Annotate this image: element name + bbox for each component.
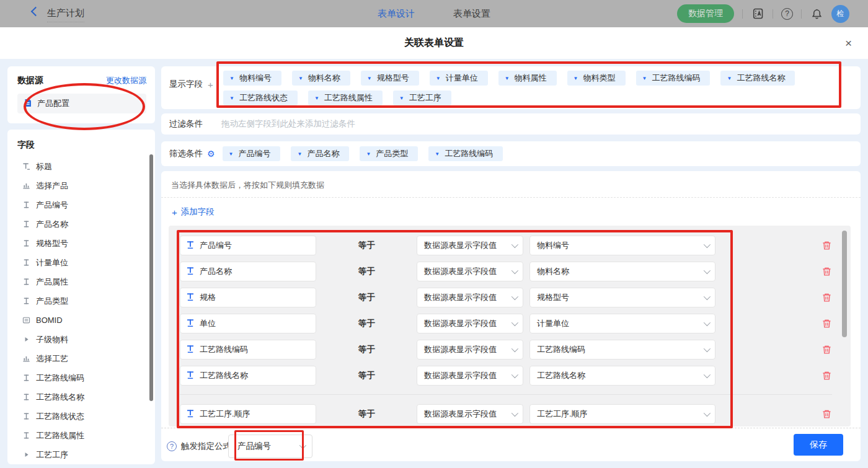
datasource-selected-item[interactable]: 产品配置: [17, 94, 146, 113]
field-list-item[interactable]: 产品类型: [17, 291, 155, 311]
delete-row-icon[interactable]: [822, 408, 832, 420]
delete-row-icon[interactable]: [822, 266, 832, 277]
close-icon[interactable]: ×: [845, 37, 852, 50]
chevron-down-icon: [512, 410, 518, 417]
field-tag-label: 物料类型: [583, 73, 616, 84]
field-list-item[interactable]: 工艺路线状态: [17, 407, 155, 426]
chevron-down-icon: [512, 267, 518, 274]
gear-icon[interactable]: [207, 149, 215, 159]
source-field-select[interactable]: 物料编号: [529, 236, 715, 255]
rules-scrollbar[interactable]: [842, 231, 847, 337]
display-fields-panel: 显示字段 物料编号 物料名称 规格型号 计量单位 物料属性 物料类型 工艺路线编…: [161, 66, 861, 109]
field-tag[interactable]: 工艺路线编码: [636, 71, 711, 86]
target-field-box[interactable]: 产品编号: [180, 236, 316, 255]
field-tag[interactable]: 工艺路线名称: [720, 71, 795, 86]
filter-dropzone-placeholder[interactable]: 拖动左侧字段到此处来添加过滤条件: [221, 118, 355, 130]
trigger-field-select[interactable]: 产品编号: [228, 435, 312, 458]
chevron-down-icon: [512, 293, 518, 300]
field-tag[interactable]: 工艺工序: [393, 91, 451, 105]
tab-form-settings[interactable]: 表单设置: [453, 8, 490, 20]
field-list-item[interactable]: 产品编号: [17, 195, 155, 214]
tab-form-design[interactable]: 表单设计: [378, 8, 415, 20]
field-list-item[interactable]: 工艺路线属性: [17, 426, 155, 445]
text-field-icon: [22, 412, 30, 421]
operator-label: 等于: [358, 370, 388, 381]
panel-footer: 触发指定公式 产品编号 保存: [161, 428, 861, 461]
help-icon[interactable]: [781, 8, 793, 20]
source-type-select[interactable]: 数据源表显示字段值: [417, 404, 523, 424]
field-tag[interactable]: 产品名称: [291, 146, 349, 161]
source-type-select[interactable]: 数据源表显示字段值: [417, 262, 523, 281]
field-list-item[interactable]: 计量单位: [17, 253, 155, 272]
delete-row-icon[interactable]: [822, 240, 832, 251]
field-list-item[interactable]: 标题: [17, 157, 155, 176]
source-field-select[interactable]: 工艺工序.顺序: [529, 404, 715, 424]
target-field-label: 产品名称: [200, 266, 232, 277]
bell-icon[interactable]: [810, 7, 823, 20]
field-list-item[interactable]: 规格型号: [17, 234, 155, 253]
field-tag[interactable]: 产品编号: [223, 146, 281, 161]
field-tag[interactable]: 工艺路线状态: [223, 91, 298, 105]
data-manage-button[interactable]: 数据管理: [677, 4, 734, 23]
field-list-item[interactable]: 工艺工序: [17, 445, 155, 464]
screen-filter-panel: 筛选条件 产品编号 产品名称 产品类型 工艺路线编码: [161, 141, 861, 166]
delete-row-icon[interactable]: [822, 292, 832, 303]
field-item-label: 选择产品: [36, 180, 68, 192]
target-field-label: 规格: [200, 292, 216, 303]
change-datasource-link[interactable]: 更改数据源: [106, 75, 146, 86]
field-list-item[interactable]: 选择工艺: [17, 349, 155, 368]
source-field-select[interactable]: 物料名称: [529, 262, 715, 281]
source-type-select[interactable]: 数据源表显示字段值: [417, 236, 523, 255]
delete-row-icon[interactable]: [822, 344, 832, 355]
field-tag-label: 产品编号: [238, 148, 270, 159]
source-type-select[interactable]: 数据源表显示字段值: [417, 288, 523, 307]
field-list-item[interactable]: 产品名称: [17, 214, 155, 234]
mapping-row: 产品编号 等于 数据源表显示字段值 物料编号: [180, 236, 832, 255]
field-tag[interactable]: 物料名称: [292, 71, 350, 86]
add-display-field-icon[interactable]: [208, 79, 213, 90]
save-button[interactable]: 保存: [794, 434, 843, 456]
field-list-item[interactable]: 产品属性: [17, 272, 155, 291]
source-field-select[interactable]: 工艺路线名称: [529, 366, 715, 386]
fields-panel: 字段 标题 选择产品 产品编号 产品名称 规格型号 计量单位 产品属性 产品类型…: [7, 130, 155, 464]
field-tag[interactable]: 物料类型: [567, 71, 626, 86]
source-field-select[interactable]: 计量单位: [529, 314, 715, 333]
field-list-item[interactable]: 工艺路线名称: [17, 387, 155, 407]
source-field-select[interactable]: 工艺路线编码: [529, 340, 715, 360]
target-field-box[interactable]: 工艺路线编码: [180, 340, 316, 360]
field-list-item[interactable]: 子级物料: [17, 330, 155, 349]
source-field-select[interactable]: 规格型号: [529, 288, 715, 307]
source-type-select[interactable]: 数据源表显示字段值: [417, 366, 523, 386]
target-field-box[interactable]: 产品名称: [180, 262, 316, 281]
field-tag-label: 产品名称: [307, 148, 339, 159]
source-type-select[interactable]: 数据源表显示字段值: [417, 340, 523, 360]
field-list-item[interactable]: 选择产品: [17, 176, 155, 195]
field-tag[interactable]: 物料属性: [498, 71, 557, 86]
field-tag[interactable]: 计量单位: [430, 71, 488, 86]
delete-row-icon[interactable]: [822, 370, 832, 381]
target-field-box[interactable]: 规格: [180, 288, 316, 307]
mapping-row: 工艺路线编码 等于 数据源表显示字段值 工艺路线编码: [180, 340, 832, 360]
delete-row-icon[interactable]: [822, 318, 832, 329]
target-field-box[interactable]: 单位: [180, 314, 316, 333]
help-icon[interactable]: [167, 441, 177, 451]
fields-list: 标题 选择产品 产品编号 产品名称 规格型号 计量单位 产品属性 产品类型 BO…: [17, 157, 155, 464]
field-tag[interactable]: 产品类型: [360, 146, 418, 161]
fields-scrollbar[interactable]: [149, 154, 153, 401]
field-list-item[interactable]: 工艺路线编码: [17, 368, 155, 387]
operator-label: 等于: [358, 266, 388, 277]
target-field-box[interactable]: 工艺工序.顺序: [180, 404, 316, 424]
field-tag[interactable]: 工艺路线属性: [308, 91, 383, 105]
source-type-select[interactable]: 数据源表显示字段值: [417, 314, 523, 333]
field-list-item[interactable]: BOMID: [17, 311, 155, 330]
field-tag[interactable]: 物料编号: [223, 71, 281, 86]
address-book-icon[interactable]: [751, 7, 764, 20]
field-tag[interactable]: 工艺路线编码: [428, 146, 503, 161]
target-field-box[interactable]: 工艺路线名称: [180, 366, 316, 386]
user-avatar[interactable]: 检: [831, 5, 849, 23]
field-tag-label: 计量单位: [446, 73, 478, 84]
field-tag[interactable]: 规格型号: [361, 71, 419, 86]
datasource-title: 数据源: [17, 75, 43, 86]
caret-down-icon: [399, 95, 404, 101]
add-field-link[interactable]: 添加字段: [172, 206, 215, 218]
